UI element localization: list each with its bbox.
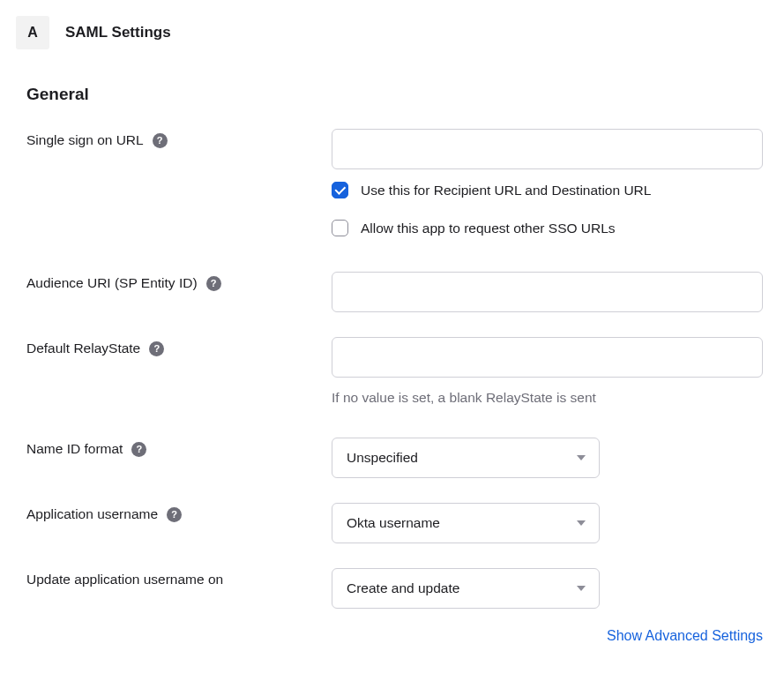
label-audience-uri: Audience URI (SP Entity ID) <box>26 275 198 291</box>
label-name-id-format: Name ID format <box>26 441 123 457</box>
row-app-username: Application username ? Okta username <box>16 503 763 543</box>
page-title: SAML Settings <box>65 24 171 41</box>
app-badge: A <box>16 16 49 49</box>
page-header: A SAML Settings <box>16 16 763 49</box>
row-update-username-on: Update application username on Create an… <box>16 568 763 609</box>
label-app-username: Application username <box>26 506 158 522</box>
section-title-general: General <box>26 85 763 104</box>
app-username-select[interactable]: Okta username <box>332 503 600 543</box>
audience-uri-input[interactable] <box>332 272 763 312</box>
checkbox-other-sso-label: Allow this app to request other SSO URLs <box>361 221 616 236</box>
app-username-value: Okta username <box>347 515 440 531</box>
update-username-on-select[interactable]: Create and update <box>332 568 600 609</box>
row-sso-url: Single sign on URL ? Use this for Recipi… <box>16 129 763 236</box>
label-update-username-on: Update application username on <box>26 572 223 587</box>
help-icon[interactable]: ? <box>131 442 146 457</box>
update-username-on-value: Create and update <box>347 580 459 596</box>
relay-state-helper: If no value is set, a blank RelayState i… <box>332 390 763 406</box>
show-advanced-settings-link[interactable]: Show Advanced Settings <box>607 628 763 644</box>
sso-url-input[interactable] <box>332 129 763 169</box>
help-icon[interactable]: ? <box>153 133 168 148</box>
label-relay-state: Default RelayState <box>26 340 140 356</box>
row-relay-state: Default RelayState ? If no value is set,… <box>16 337 763 406</box>
row-audience-uri: Audience URI (SP Entity ID) ? <box>16 272 763 312</box>
name-id-format-select[interactable]: Unspecified <box>332 438 600 478</box>
help-icon[interactable]: ? <box>149 341 164 356</box>
label-sso-url: Single sign on URL <box>26 132 144 148</box>
help-icon[interactable]: ? <box>206 276 221 291</box>
checkbox-allow-other-sso-urls[interactable] <box>332 220 348 236</box>
relay-state-input[interactable] <box>332 337 763 378</box>
help-icon[interactable]: ? <box>167 507 182 522</box>
checkbox-recipient-label: Use this for Recipient URL and Destinati… <box>361 183 651 198</box>
checkbox-recipient-destination-url[interactable] <box>332 182 348 198</box>
row-name-id-format: Name ID format ? Unspecified <box>16 438 763 478</box>
name-id-format-value: Unspecified <box>347 450 418 466</box>
